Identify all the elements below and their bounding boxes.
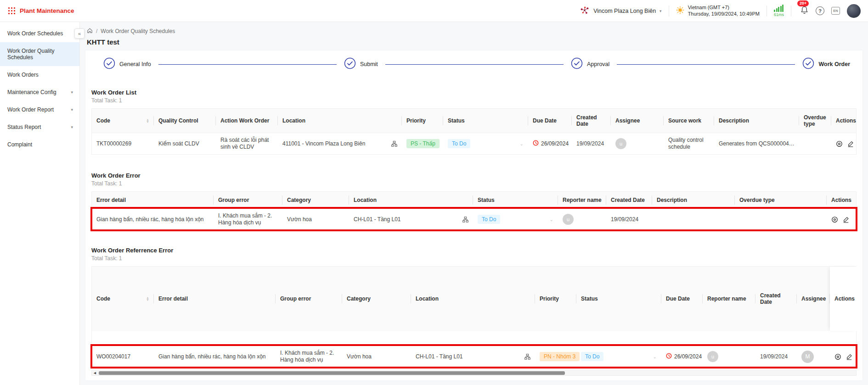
cell-status[interactable]: To Do ⌄ [576,348,661,365]
horizontal-scrollbar[interactable]: ◀ [91,370,857,376]
sitemap-icon[interactable] [462,217,468,223]
table-row-highlighted[interactable]: WO00204017 Gian hàng bẩn, nhiều rác, hàn… [92,346,856,367]
edit-icon[interactable] [846,353,852,360]
reporter-avatar[interactable]: u [707,351,718,362]
cell-group-error: I. Khách mua sắm - 2. Hàng hóa dịch vụ [276,346,342,367]
view-icon[interactable] [831,216,838,223]
step-label: Approval [587,61,609,67]
language-selector[interactable]: EN [831,7,840,15]
sidebar-item-work-order-report[interactable]: Work Order Report ▾ [0,101,79,118]
help-label: ? [818,8,822,14]
scrollbar-thumb[interactable] [99,371,565,375]
edit-icon[interactable] [847,140,854,147]
column-header-priority: Priority [402,109,443,133]
sidebar-item-status-report[interactable]: Status Report ▾ [0,118,79,136]
step-label: Submit [360,61,378,67]
column-header-group-error: Group error [276,267,342,331]
table-header-row: Error detail Group error Category Locati… [92,192,856,208]
home-icon[interactable] [87,28,93,35]
cell-error-detail: Gian hàng bẩn, nhiều rác, hàng hóa lộn x… [154,350,276,364]
sidebar: Work Order Schedules Work Order Quality … [0,22,80,385]
column-header-priority: Priority [535,267,576,331]
cell-reporter-name: u [703,347,755,366]
cell-location: CH-L01 - Tầng L01 [411,350,535,364]
cell-assignee: M [797,347,830,367]
view-icon[interactable] [834,353,841,360]
sidebar-item-label: Complaint [7,141,32,148]
breadcrumb-current[interactable]: Work Order Quality Schedules [101,28,175,34]
column-header-description: Description [714,109,799,133]
sitemap-icon[interactable] [524,354,530,360]
column-header-created-date: Created Date [606,192,652,208]
step-approval[interactable]: Approval [571,57,609,71]
column-header-code[interactable]: Code ▲▼ [92,267,154,331]
table-row[interactable]: TKT00000269 Kiểm soát CLDV Rà soát các l… [92,133,856,154]
sitemap-icon[interactable] [391,141,397,147]
chevron-down-icon: ⌄ [550,216,553,223]
reporter-avatar[interactable]: u [563,214,574,225]
column-header-category: Category [342,267,411,331]
assignee-avatar[interactable]: M [801,351,814,363]
section-total: Total Task: 1 [91,255,857,262]
column-header-location: Location [349,192,473,208]
overdue-clock-icon [666,353,672,361]
cell-priority: PN - Nhóm 3 [535,348,576,365]
section-title: Work Order List [91,89,857,96]
column-header-assignee: Assignee [611,109,664,133]
topbar: Plant Maintenance Vincom Plaza Long Biên… [0,0,868,22]
column-header-code[interactable]: Code ▲▼ [92,109,154,133]
table-row-highlighted[interactable]: Gian hàng bẩn, nhiều rác, hàng hóa lộn x… [92,208,856,230]
sort-icon[interactable]: ▲▼ [146,296,149,301]
network-latency-widget: 61ms [774,5,784,17]
column-header-actions: Actions [830,267,857,331]
sidebar-item-work-orders[interactable]: Work Orders [0,66,79,84]
edit-icon[interactable] [843,216,849,223]
table-body-spacer [92,331,856,346]
status-badge: To Do [448,139,470,148]
table-header-row: Code ▲▼ Quality Control Action Work Orde… [92,109,856,133]
sort-icon[interactable]: ▲▼ [146,118,149,123]
view-icon[interactable] [836,140,843,147]
section-title: Work Order Referrence Error [91,247,857,254]
column-header-status: Status [443,109,528,133]
location-selector[interactable]: Vincom Plaza Long Biên ▾ [580,6,662,16]
chevron-down-icon: ▾ [71,107,73,112]
step-label: General Info [119,61,151,67]
cell-due-date: 26/09/2024 [528,136,572,151]
column-header-overdue-type: Overdue type [735,192,827,208]
check-circle-icon [344,57,356,71]
help-button[interactable]: ? [816,6,824,15]
assignee-avatar[interactable]: u [615,138,626,149]
sidebar-item-label: Work Order Report [7,106,54,113]
cell-status[interactable]: To Do ⌄ [473,211,558,228]
section-total: Total Task: 1 [91,180,857,187]
work-order-reference-error-table: Code ▲▼ Error detail Group error Categor… [91,266,857,368]
work-order-error-table: Error detail Group error Category Locati… [91,191,857,230]
app-launcher-icon[interactable] [8,7,15,14]
step-work-order[interactable]: Work Order [802,57,850,71]
cell-location: CH-L01 - Tầng L01 [349,212,473,227]
check-circle-icon [103,57,115,71]
user-avatar[interactable] [847,4,861,18]
cell-due-date: 26/09/2024 [661,349,703,364]
sidebar-item-work-order-quality-schedules[interactable]: Work Order Quality Schedules [0,42,79,66]
column-header-reporter-name: Reporter name [703,267,755,331]
cell-created-date: 19/09/2024 [572,137,611,151]
step-submit[interactable]: Submit [344,57,378,71]
stepper-connector [617,64,795,65]
signal-bars-icon [774,5,783,12]
sidebar-item-maintenance-config[interactable]: Maintenance Config ▾ [0,84,79,101]
language-label: EN [833,9,838,13]
cell-actions [830,350,857,364]
sidebar-collapse-button[interactable]: « [74,28,85,39]
sidebar-item-work-order-schedules[interactable]: Work Order Schedules [0,25,79,42]
status-badge: To Do [581,352,603,361]
cell-status[interactable]: To Do ⌄ [443,135,528,152]
app-brand: Plant Maintenance [8,7,74,14]
timezone-label: Vietnam (GMT +7) [688,5,760,11]
step-general-info[interactable]: General Info [103,57,151,71]
scroll-left-arrow-icon[interactable]: ◀ [92,371,98,375]
notifications-button[interactable]: 20+ [800,6,809,17]
stepper-connector [385,64,564,65]
sidebar-item-complaint[interactable]: Complaint [0,136,79,153]
